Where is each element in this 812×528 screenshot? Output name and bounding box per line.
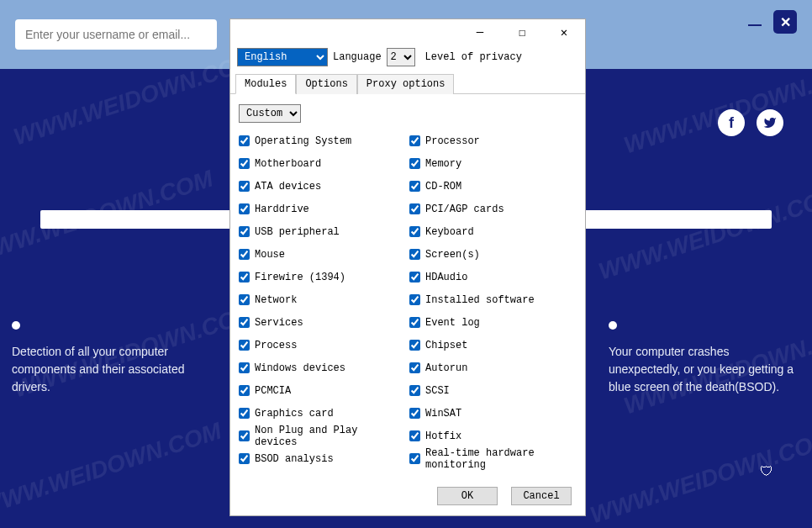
module-checkbox-item[interactable]: Keyboard xyxy=(409,220,577,243)
module-checkbox[interactable] xyxy=(409,453,420,464)
module-checkbox-item[interactable]: Motherboard xyxy=(239,152,406,175)
preset-select[interactable]: Custom xyxy=(239,104,301,123)
dialog-minimize-icon[interactable]: — xyxy=(466,22,494,42)
username-input[interactable] xyxy=(15,19,217,50)
language-select[interactable]: English xyxy=(237,48,328,66)
module-checkbox-item[interactable]: Operating System xyxy=(239,129,406,152)
module-checkbox[interactable] xyxy=(239,340,250,351)
module-checkbox[interactable] xyxy=(409,408,420,419)
module-checkbox-item[interactable]: Screen(s) xyxy=(409,243,577,266)
dialog-maximize-icon[interactable]: ☐ xyxy=(508,22,536,42)
module-checkbox-item[interactable]: Network xyxy=(239,288,406,311)
module-label: Windows devices xyxy=(255,362,345,374)
module-checkbox[interactable] xyxy=(409,249,420,260)
module-checkbox-item[interactable]: Real-time hardware monitoring xyxy=(409,447,577,470)
module-checkbox[interactable] xyxy=(239,226,250,237)
module-label: SCSI xyxy=(425,385,450,397)
shield-icon[interactable]: 🛡 xyxy=(760,464,773,479)
module-checkbox[interactable] xyxy=(409,158,420,169)
module-checkbox-item[interactable]: Memory xyxy=(409,152,577,175)
module-checkbox[interactable] xyxy=(239,408,250,419)
module-checkbox[interactable] xyxy=(239,272,250,282)
module-label: USB peripheral xyxy=(255,226,340,238)
facebook-icon[interactable]: f xyxy=(718,109,745,136)
dialog-close-icon[interactable]: ✕ xyxy=(550,22,578,42)
module-checkbox-item[interactable]: Non Plug and Play devices xyxy=(239,425,406,447)
module-label: Mouse xyxy=(255,249,285,261)
social-icons: f xyxy=(718,109,783,136)
module-checkbox[interactable] xyxy=(239,249,250,260)
tab-options[interactable]: Options xyxy=(296,74,356,94)
module-checkbox[interactable] xyxy=(239,181,250,192)
module-checkbox[interactable] xyxy=(409,135,420,146)
module-label: Installed software xyxy=(425,294,535,306)
module-checkbox-item[interactable]: CD-ROM xyxy=(409,175,577,198)
privacy-level-select[interactable]: 2 xyxy=(387,48,415,66)
module-checkbox-item[interactable]: PCI/AGP cards xyxy=(409,198,577,220)
module-checkbox[interactable] xyxy=(239,362,250,373)
module-checkbox[interactable] xyxy=(409,430,420,441)
module-checkbox[interactable] xyxy=(239,385,250,396)
feature-item: Detection of all your computer component… xyxy=(12,321,203,396)
minimize-icon[interactable] xyxy=(748,24,762,26)
module-checkbox[interactable] xyxy=(239,135,250,146)
module-checkbox-item[interactable]: PCMCIA xyxy=(239,379,406,402)
module-checkbox[interactable] xyxy=(409,203,420,214)
module-checkbox-item[interactable]: Harddrive xyxy=(239,198,406,220)
module-checkbox[interactable] xyxy=(239,203,250,214)
ok-button[interactable]: OK xyxy=(437,487,498,505)
dialog-tabs: Modules Options Proxy options xyxy=(230,73,585,94)
module-checkbox-item[interactable]: Hotfix xyxy=(409,425,577,447)
module-checkbox-item[interactable]: Chipset xyxy=(409,334,577,356)
module-checkbox[interactable] xyxy=(239,158,250,169)
module-checkbox-item[interactable]: Services xyxy=(239,311,406,334)
module-checkbox-item[interactable]: Process xyxy=(239,334,406,356)
module-label: Process xyxy=(255,340,297,351)
dialog-title-bar: — ☐ ✕ xyxy=(230,19,585,45)
privacy-level-label: Level of privacy xyxy=(425,51,522,63)
module-label: Memory xyxy=(425,158,461,170)
module-checkbox-item[interactable]: WinSAT xyxy=(409,402,577,425)
module-label: Non Plug and Play devices xyxy=(255,425,406,448)
module-checkbox[interactable] xyxy=(409,272,420,282)
module-checkbox[interactable] xyxy=(409,317,420,328)
module-checkbox[interactable] xyxy=(239,317,250,328)
module-checkbox-item[interactable]: BSOD analysis xyxy=(239,447,406,470)
cancel-button[interactable]: Cancel xyxy=(511,487,572,505)
module-label: Real-time hardware monitoring xyxy=(425,447,577,471)
module-checkbox[interactable] xyxy=(239,294,250,305)
watermark: WWW.WEIDOWN.COM xyxy=(588,425,812,528)
module-checkbox[interactable] xyxy=(409,294,420,305)
module-checkbox-item[interactable]: Mouse xyxy=(239,243,406,266)
module-checkbox[interactable] xyxy=(239,453,250,464)
module-checkbox[interactable] xyxy=(409,340,420,351)
module-checkbox-item[interactable]: Processor xyxy=(409,129,577,152)
module-label: Keyboard xyxy=(425,226,474,238)
dialog-buttons: OK Cancel xyxy=(230,478,585,515)
module-checkbox-item[interactable]: Windows devices xyxy=(239,356,406,379)
module-checkbox-item[interactable]: HDAudio xyxy=(409,266,577,288)
module-checkbox[interactable] xyxy=(239,430,250,441)
module-checkbox[interactable] xyxy=(409,226,420,237)
module-label: Motherboard xyxy=(255,158,321,170)
module-checkbox-item[interactable]: SCSI xyxy=(409,379,577,402)
module-checkbox-item[interactable]: Graphics card xyxy=(239,402,406,425)
close-app-button[interactable]: ✕ xyxy=(773,10,797,34)
module-checkbox-item[interactable]: Firewire (1394) xyxy=(239,266,406,288)
module-checkbox[interactable] xyxy=(409,181,420,192)
twitter-icon[interactable] xyxy=(757,109,783,136)
module-checkbox-item[interactable]: ATA devices xyxy=(239,175,406,198)
module-checkbox-item[interactable]: Event log xyxy=(409,311,577,334)
module-label: Chipset xyxy=(425,340,467,351)
tab-proxy-options[interactable]: Proxy options xyxy=(357,74,455,94)
module-checkbox[interactable] xyxy=(409,362,420,373)
tab-modules[interactable]: Modules xyxy=(235,74,296,94)
settings-dialog: — ☐ ✕ English Language 2 Level of privac… xyxy=(229,18,586,516)
module-checkbox-item[interactable]: Installed software xyxy=(409,288,577,311)
module-label: Screen(s) xyxy=(425,249,480,261)
module-checkbox[interactable] xyxy=(409,385,420,396)
module-checkbox-item[interactable]: Autorun xyxy=(409,356,577,379)
module-checkbox-item[interactable]: USB peripheral xyxy=(239,220,406,243)
module-label: Network xyxy=(255,294,297,306)
module-label: Services xyxy=(255,317,303,329)
